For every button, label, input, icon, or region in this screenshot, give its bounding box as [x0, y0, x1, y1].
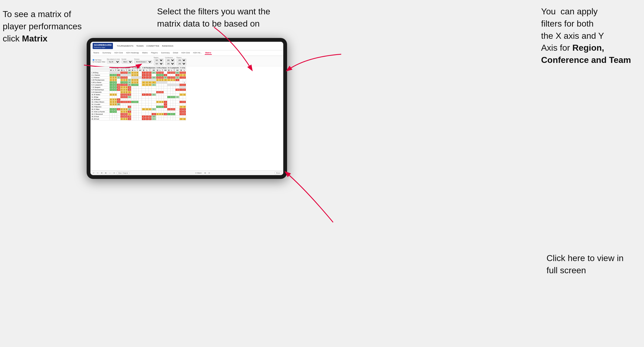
matrix-cell	[179, 98, 183, 101]
matrix-cell: 4	[159, 76, 161, 79]
players-select-2[interactable]: (All)	[177, 62, 186, 65]
matrix-cell: 4	[175, 96, 180, 98]
matrix-cell: 1	[120, 101, 123, 103]
matrix-cell: 0	[148, 118, 151, 120]
matrix-cell	[117, 105, 120, 108]
sub-w-1: W	[110, 69, 112, 71]
matrix-cell: 0	[112, 110, 115, 113]
division-select[interactable]: NCAA Division I	[134, 60, 152, 63]
toolbar-icon-1[interactable]: ⊞	[204, 172, 207, 174]
toolbar-icon-2[interactable]: ⊡	[208, 172, 211, 174]
matrix-cell: 0	[112, 83, 115, 86]
row-name: 5. M La Sasso	[91, 81, 110, 83]
matrix-cell: 7	[151, 118, 156, 120]
table-row: 20. M Ford331-11010711	[91, 118, 186, 120]
matrix-cell: 0	[115, 103, 117, 105]
region-select-2[interactable]: N/A	[154, 62, 164, 65]
compact-view-option[interactable]: Compact View	[93, 61, 105, 63]
matrix-cell: 0	[115, 86, 117, 88]
nav-rankings[interactable]: RANKINGS	[162, 45, 173, 47]
gender-select[interactable]: Men's	[122, 60, 133, 63]
matrix-cell: 0	[179, 71, 183, 74]
matrix-cell	[167, 110, 170, 113]
matrix-cell: 0	[125, 86, 128, 88]
matrix-cell	[164, 118, 167, 120]
toolbar-btn-6[interactable]: ⊙	[113, 172, 116, 174]
tab-summary-1[interactable]: Summary	[102, 51, 112, 55]
matrix-cell	[156, 86, 159, 88]
matrix-cell: 1	[183, 118, 186, 120]
nav-tournaments[interactable]: TOURNAMENTS	[117, 45, 134, 47]
matrix-cell: 0	[115, 81, 117, 83]
matrix-cell: 3	[175, 76, 180, 79]
matrix-cell: 0	[125, 108, 128, 110]
tab-teams[interactable]: Teams	[93, 51, 100, 55]
tab-h2h-grid-1[interactable]: H2H Grid	[114, 51, 123, 55]
matrix-cell: 2	[120, 88, 123, 91]
matrix-cell	[175, 91, 180, 93]
matrix-cell: 11	[128, 71, 131, 74]
matrix-cell	[142, 98, 145, 101]
sub-w-3: W	[131, 69, 134, 71]
tab-detail[interactable]: Detail	[173, 51, 179, 55]
matrix-cell: -16	[117, 74, 120, 76]
matrix-cell: 1	[112, 108, 115, 110]
tab-h2h-he[interactable]: H2H He...	[193, 51, 203, 55]
full-view-option[interactable]: Full View	[93, 59, 105, 61]
toolbar-btn-5[interactable]: ↔	[108, 172, 112, 174]
matrix-cell: 0	[136, 74, 138, 76]
max-players-select[interactable]: Top 25	[107, 60, 120, 63]
tab-summary-2[interactable]: Summary	[160, 51, 170, 55]
matrix-cell: 3	[142, 108, 145, 110]
matrix-cell	[161, 115, 164, 118]
nav-committee[interactable]: COMMITTEE	[146, 45, 159, 47]
share-button[interactable]: Share	[275, 172, 282, 174]
players-select-1[interactable]: (All)	[177, 59, 186, 62]
tab-players[interactable]: Players	[150, 51, 158, 55]
conference-select-2[interactable]: (All)	[165, 62, 175, 65]
table-row: 6. C Lamprecht100-1824124100110601	[91, 83, 186, 86]
conference-select-1[interactable]: (All)	[165, 59, 175, 62]
matrix-cell	[117, 91, 120, 93]
toolbar-btn-4[interactable]: ⊞	[104, 172, 107, 174]
matrix-cell	[145, 86, 148, 88]
matrix-cell: 0	[148, 74, 151, 76]
matrix-cell: 2	[120, 108, 123, 110]
matrix-cell	[170, 118, 173, 120]
matrix-cell	[134, 118, 136, 120]
matrix-cell	[161, 93, 164, 96]
watch-button[interactable]: ⊙ Watch	[194, 172, 202, 174]
matrix-cell	[134, 113, 136, 115]
matrix-cell	[161, 103, 164, 105]
view-label[interactable]: View: Original	[117, 172, 129, 174]
matrix-cell: 13	[151, 76, 156, 79]
region-select[interactable]: N/A	[154, 59, 164, 62]
matrix-cell: 5	[110, 88, 112, 91]
matrix-cell	[183, 79, 186, 81]
nav-teams[interactable]: TEAMS	[136, 45, 144, 47]
tab-matrix-1[interactable]: Matrix	[142, 51, 148, 55]
matrix-cell	[117, 118, 120, 120]
matrix-cell: 1	[159, 71, 161, 74]
tablet: SCOREBOARD Powered by clippd TOURNAMENTS…	[87, 38, 287, 179]
redo-button[interactable]: ↪	[96, 172, 99, 174]
matrix-cell: 1	[134, 81, 136, 83]
matrix-cell: 1	[170, 71, 173, 74]
undo-button[interactable]: ↩	[92, 172, 95, 174]
matrix-cell	[148, 86, 151, 88]
matrix-cell	[159, 81, 161, 83]
toolbar-btn-3[interactable]: ⚙	[100, 172, 103, 174]
matrix-cell: -18	[117, 83, 120, 86]
matrix-cell	[164, 110, 167, 113]
matrix-tbody: 1. W Ding120111101201701001013022. L Cla…	[91, 71, 186, 120]
tab-h2h-grid-2[interactable]: H2H Grid	[181, 51, 190, 55]
tab-matrix-active[interactable]: Matrix	[205, 51, 212, 55]
matrix-cell	[173, 98, 175, 101]
matrix-cell	[117, 81, 120, 83]
tab-h2h-heatmap[interactable]: H2H Heatmap	[125, 51, 139, 55]
matrix-cell	[138, 79, 142, 81]
matrix-cell	[151, 98, 156, 101]
matrix-cell: 1	[145, 76, 148, 79]
matrix-cell: 1	[142, 83, 145, 86]
table-row: 16. K Vilips210-252204330801001	[91, 108, 186, 110]
